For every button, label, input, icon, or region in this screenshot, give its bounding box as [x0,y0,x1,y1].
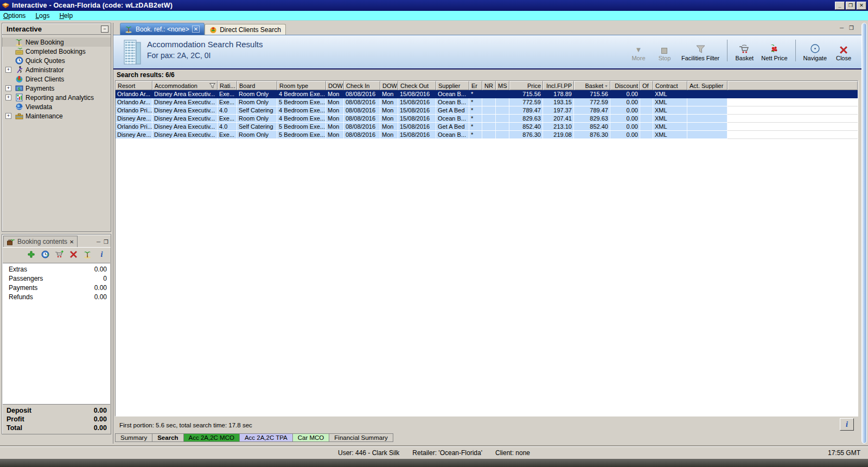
search-timing-status: First portion: 5.6 sec, total search tim… [115,418,858,433]
sidebar-item-new-booking[interactable]: New Booking [2,37,111,47]
list-item-extras[interactable]: Extras0.00 [3,266,110,275]
booking-contents-panel: Booking contents ✕ ─ ❒ i Extras0.00 Pass… [2,234,111,434]
button-label: Nett Price [761,55,787,61]
holiday-palm-icon[interactable] [83,250,92,259]
sidebar-item-maintenance[interactable]: + Maintenance [2,111,111,121]
report-icon [15,93,23,102]
close-icon[interactable]: ✕ [857,2,866,10]
col-basket[interactable]: Basket▼ [574,81,610,90]
sidebar-item-label: Administrator [25,66,64,74]
tab-direct-clients-search[interactable]: Direct Clients Search [205,24,286,35]
col-accommodation[interactable]: Accommodation [152,81,218,90]
status-user: User: 446 - Clark Silk [338,449,399,457]
tab-booking-ref[interactable]: Book. ref.: <none> ✕ [120,23,205,35]
col-incl-fl-pp[interactable]: Incl.Fl.PP [543,81,574,90]
tab-summary[interactable]: Summary [115,433,152,442]
basket-icon [735,43,754,54]
sidebar-item-completed-bookings[interactable]: Completed Bookings [2,47,111,56]
col-check-out[interactable]: Check Out [398,81,436,90]
booking-contents-title: Booking contents [17,238,67,245]
col-supplier[interactable]: Supplier [436,81,469,90]
col-act-supplier[interactable]: Act. Supplier [687,81,727,90]
col-room-type[interactable]: Room type [277,81,326,90]
total-value: 0.00 [94,415,107,424]
svg-text:$: $ [18,86,21,92]
close-panel-icon[interactable]: ✕ [69,239,74,245]
money-palm-icon [15,47,23,55]
col-board[interactable]: Board [237,81,277,90]
col-dow-in[interactable]: DOW [326,81,344,90]
col-dow-out[interactable]: DOW [380,81,398,90]
col-nr[interactable]: NR [482,81,496,90]
booking-contents-toolbar: i [2,247,111,261]
table-row[interactable]: Orlando Pri...Disney Area Executiv...4.0… [116,123,858,131]
col-discount[interactable]: Discount [610,81,640,90]
sidebar-item-direct-clients[interactable]: Direct Clients [2,74,111,84]
minimize-icon[interactable]: _ [835,2,845,10]
sort-desc-icon: ▼ [604,84,608,88]
item-label: Payments [9,284,37,293]
list-item-passengers[interactable]: Passengers0 [3,275,110,284]
expand-icon[interactable]: + [5,113,11,119]
booking-contents-tab[interactable]: Booking contents ✕ [3,236,78,247]
table-row[interactable]: Orlando Ar...Disney Area Executiv...Exe.… [116,98,858,106]
sidebar-item-label: Quick Quotes [25,57,65,65]
table-row[interactable]: Orlando Ar...Disney Area Executiv...Exe.… [116,90,858,98]
menu-logs[interactable]: Logs [35,12,49,20]
col-contract[interactable]: Contract [653,81,687,90]
tab-acc-mco[interactable]: Acc 2A,2C MCO [184,433,240,442]
tab-car-mco[interactable]: Car MCO [293,433,330,442]
document-tabbar: Book. ref.: <none> ✕ Direct Clients Sear… [113,23,861,35]
item-value: 0.00 [94,266,107,275]
quick-quote-icon[interactable] [41,250,50,259]
results-toolbar: ▼ More Stop Facilities Filter Basket Net… [629,40,853,61]
sidebar-item-administrator[interactable]: + Administrator [2,65,111,74]
status-time: 17:55 GMT [828,449,860,457]
tab-search[interactable]: Search [152,433,183,442]
add-icon[interactable] [27,250,36,259]
expand-icon[interactable]: + [5,85,11,91]
col-price[interactable]: Price [509,81,543,90]
col-rating[interactable]: Rati... [218,81,237,90]
panel-maximize-icon[interactable]: ❒ [849,25,854,31]
sidebar-item-payments[interactable]: + $ Payments [2,84,111,93]
menu-options[interactable]: Options [3,12,25,20]
col-ms[interactable]: MS [496,81,509,90]
close-tab-icon[interactable]: ✕ [192,26,200,33]
close-results-button[interactable]: Close [834,43,853,61]
collapse-panel-icon[interactable]: − [101,26,108,33]
tab-financial-summary[interactable]: Financial Summary [329,433,393,442]
table-row[interactable]: Orlando Pri...Disney Area Executiv...4.0… [116,106,858,115]
tab-acc-tpa[interactable]: Acc 2A,2C TPA [240,433,293,442]
disc-globe-icon [15,103,23,111]
results-table: Resort Accommodation Rati... Board Room … [115,80,858,416]
nett-price-button[interactable]: Nett Price [761,43,787,61]
panel-minimize-icon[interactable]: ─ [840,25,844,31]
expand-icon[interactable]: + [5,94,11,100]
table-row[interactable]: Disney Are...Disney Area Executiv...Exe.… [116,115,858,123]
sidebar-item-quick-quotes[interactable]: Quick Quotes [2,56,111,65]
col-of[interactable]: Of [640,81,653,90]
list-item-payments[interactable]: Payments0.00 [3,284,110,293]
filter-funnel-icon[interactable] [209,83,215,89]
info-button[interactable]: i [840,418,854,431]
col-check-in[interactable]: Check In [344,81,380,90]
navigate-button[interactable]: Navigate [803,43,827,61]
facilities-filter-button[interactable]: Facilities Filter [681,43,719,61]
col-er[interactable]: Er [469,81,482,90]
sidebar-item-viewdata[interactable]: Viewdata [2,102,111,111]
list-item-refunds[interactable]: Refunds0.00 [3,293,110,302]
col-resort[interactable]: Resort [116,81,152,90]
restore-icon[interactable]: ❐ [846,2,856,10]
panel-maximize-icon[interactable]: ❒ [104,239,108,245]
menu-help[interactable]: Help [59,12,73,20]
info-icon[interactable]: i [97,250,106,259]
transfer-basket-icon[interactable] [55,250,64,259]
vertical-scrollbar[interactable] [861,23,867,444]
expand-icon[interactable]: + [5,67,11,73]
delete-icon[interactable] [69,250,78,259]
panel-minimize-icon[interactable]: ─ [97,239,100,245]
basket-button[interactable]: Basket [735,43,754,61]
table-row[interactable]: Disney Are...Disney Area Executiv...Exe.… [116,131,858,139]
sidebar-item-reporting-analytics[interactable]: + Reporting and Analytics [2,93,111,102]
